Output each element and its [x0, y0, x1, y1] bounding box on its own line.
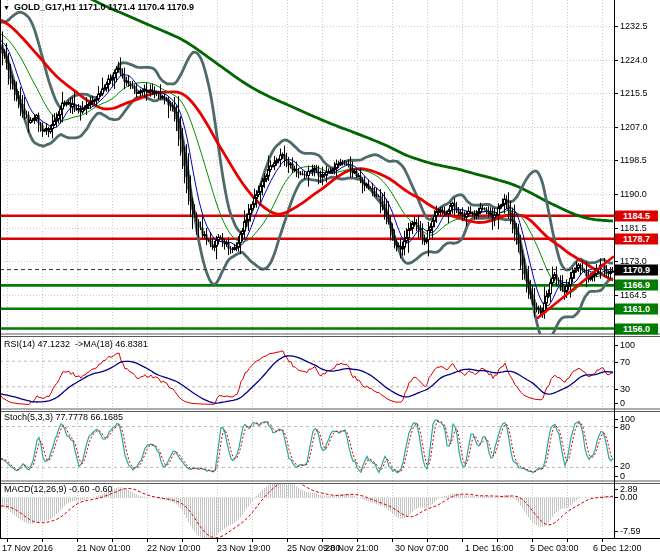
- time-axis-label: 22 Nov 10:00: [147, 543, 201, 553]
- rsi-tick-label: 0: [620, 398, 625, 408]
- level-price-label: 1166.9: [615, 280, 658, 291]
- time-axis-label: 21 Nov 01:00: [77, 543, 131, 553]
- time-axis-label: 6 Dec 12:00: [593, 543, 642, 553]
- macd-tick-label: -7.59: [620, 526, 641, 536]
- stoch-indicator-label: Stoch(5,3,3) 77.7778 66.1685: [4, 412, 123, 422]
- level-price-label: 1161.0: [615, 303, 658, 314]
- chart-title: GOLD_G17,H1 1171.0 1171.4 1170.4 1170.9: [14, 2, 194, 12]
- price-tick-label: 1232.5: [620, 21, 648, 31]
- price-tick-label: 1181.5: [620, 223, 647, 233]
- time-axis-label: 30 Nov 07:00: [395, 543, 449, 553]
- time-axis-label: 23 Nov 19:00: [217, 543, 271, 553]
- stoch-tick-label: 20: [620, 461, 630, 471]
- time-axis-label: 1 Dec 16:00: [465, 543, 514, 553]
- rsi-indicator-label: RSI(14) 47.1232 ->MA(18) 46.8381: [4, 339, 148, 349]
- level-price-label: 1156.0: [615, 323, 658, 334]
- price-tick-label: 1198.5: [620, 155, 647, 165]
- current-price-label: 1170.9: [615, 264, 658, 275]
- trading-chart-window: ▼ GOLD_G17,H1 1171.0 1171.4 1170.4 1170.…: [0, 0, 660, 560]
- symbol-dropdown-icon[interactable]: ▼: [3, 3, 10, 12]
- stoch-tick-label: 0: [620, 471, 625, 481]
- rsi-tick-label: 70: [620, 357, 630, 367]
- chart-title-bar: ▼ GOLD_G17,H1 1171.0 1171.4 1170.4 1170.…: [3, 2, 194, 12]
- level-price-label: 1184.5: [615, 210, 658, 221]
- time-axis-label: 28 Nov 21:00: [325, 543, 379, 553]
- price-tick-label: 1207.0: [620, 122, 648, 132]
- price-tick-label: 1190.0: [620, 189, 647, 199]
- price-tick-label: 1215.5: [620, 88, 648, 98]
- time-axis-label: 5 Dec 03:00: [530, 543, 579, 553]
- macd-indicator-label: MACD(12,26,9) -0.60 -0.60: [4, 484, 113, 494]
- level-price-label: 1178.7: [615, 233, 658, 244]
- price-tick-label: 1164.5: [620, 290, 647, 300]
- rsi-tick-label: 100: [620, 340, 635, 350]
- stoch-tick-label: 80: [620, 422, 630, 432]
- rsi-tick-label: 30: [620, 384, 630, 394]
- price-tick-label: 1224.0: [620, 55, 648, 65]
- macd-tick-label: 0.00: [620, 492, 638, 502]
- time-axis-label: 17 Nov 2016: [2, 543, 53, 553]
- main-chart-pane[interactable]: [0, 0, 614, 334]
